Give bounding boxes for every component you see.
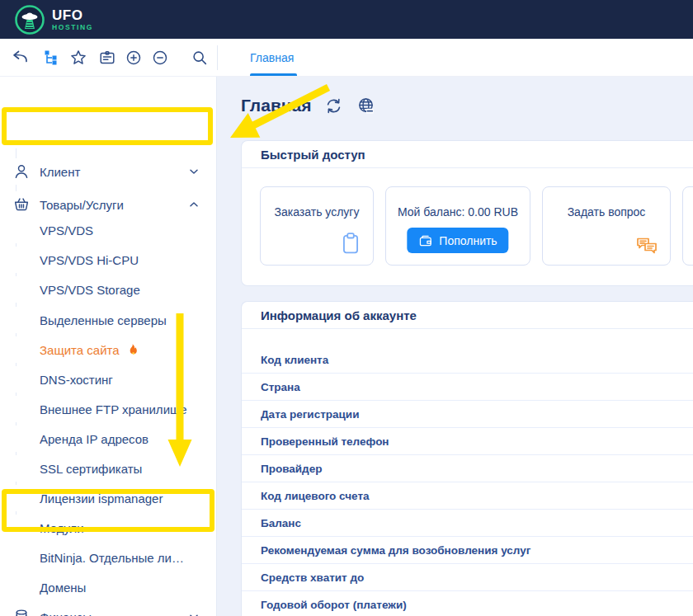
flame-icon: [126, 343, 139, 357]
app-header: UFO HOSTING: [0, 0, 693, 39]
refresh-icon[interactable]: [324, 96, 343, 115]
sidebar-item-site-protection[interactable]: Защита сайта: [0, 336, 215, 363]
chevron-up-icon: [187, 198, 200, 211]
page-title-row: Главная: [241, 96, 375, 115]
wallet-icon: [418, 234, 432, 247]
toolbar-divider: [217, 45, 218, 70]
ufo-logo-icon: [14, 4, 45, 35]
sidebar-menu: Клиент Товары/Услуги VPS/VDS VPS/VDS Hi-…: [0, 77, 217, 616]
account-info-rows: Код клиента Страна Дата регистрации Пров…: [242, 329, 693, 616]
app-window: UFO HOSTING: [0, 0, 693, 616]
tab-glavnaya[interactable]: Главная: [250, 39, 294, 77]
sidebar-item-modules[interactable]: Модули: [0, 515, 215, 541]
info-row-registration-date: Дата регистрации: [242, 401, 693, 428]
info-row-funds-until: Средств хватит до: [242, 564, 693, 591]
brand-subname: HOSTING: [52, 24, 93, 31]
chevron-down-icon: [187, 165, 200, 178]
tree-view-icon[interactable]: [41, 49, 59, 67]
sidebar-item-vps-vds-hi-cpu[interactable]: VPS/VDS Hi-CPU: [0, 247, 215, 273]
zoom-out-icon[interactable]: [151, 49, 169, 67]
sidebar-item-ip-rent[interactable]: Аренда IP адресов: [0, 426, 215, 452]
sidebar-item-ftp-storage[interactable]: Внешнее FTP хранилище: [0, 396, 215, 422]
sidebar-item-products-services[interactable]: Товары/Услуги: [0, 191, 215, 218]
sidebar-item-client[interactable]: Клиент: [0, 158, 215, 185]
ask-question-card[interactable]: Задать вопрос: [542, 186, 671, 266]
globe-language-icon[interactable]: [356, 96, 375, 115]
quick-access-title: Быстрый доступ: [242, 141, 693, 168]
badge-icon[interactable]: [98, 49, 116, 67]
topup-button[interactable]: Пополнить: [407, 228, 508, 253]
info-row-account-code: Код лицевого счета: [242, 482, 693, 510]
favorites-star-icon[interactable]: [69, 49, 87, 67]
balance-card: Мой баланс: 0.00 RUB Пополнить: [385, 186, 530, 266]
info-row-annual-turnover: Годовой оборот (платежи): [242, 591, 693, 616]
ufo-hosting-logo[interactable]: UFO HOSTING: [14, 4, 93, 35]
sidebar-item-domains[interactable]: Домены: [0, 574, 215, 600]
chevron-down-icon: [187, 610, 200, 616]
info-row-client-code: Код клиента: [242, 346, 693, 374]
zoom-in-icon[interactable]: [125, 49, 143, 67]
quick-access-panel: Быстрый доступ Заказать услугу Мой балан…: [241, 140, 693, 286]
brand-name: UFO: [52, 8, 93, 22]
chat-icon: [635, 235, 658, 255]
toolbar: Главная: [0, 39, 693, 77]
back-icon[interactable]: [11, 49, 29, 67]
search-icon[interactable]: [191, 49, 209, 67]
sidebar-item-dedicated-servers[interactable]: Выделенные серверы: [0, 307, 215, 333]
info-row-verified-phone: Проверенный телефон: [242, 428, 693, 455]
clipboard-icon: [340, 232, 361, 255]
sidebar-item-vps-vds[interactable]: VPS/VDS: [0, 217, 215, 243]
info-row-balance: Баланс: [242, 510, 693, 537]
sidebar-item-bitninja[interactable]: BitNinja. Отдельные ли…: [0, 544, 215, 571]
account-info-panel: Информация об аккаунте Код клиента Стран…: [241, 301, 693, 616]
coins-icon: [12, 607, 31, 616]
sidebar-item-dns-hosting[interactable]: DNS-хостинг: [0, 366, 215, 393]
user-icon: [12, 162, 31, 181]
sidebar-item-ispmanager-licenses[interactable]: Лицензии ispmanager: [0, 485, 215, 511]
quick-access-card-cutoff[interactable]: [682, 186, 693, 266]
info-row-provider: Провайдер: [242, 455, 693, 482]
page-title: Главная: [241, 96, 311, 115]
sidebar-item-finance[interactable]: Финансы: [0, 604, 215, 616]
account-info-title: Информация об аккаунте: [242, 302, 693, 329]
sidebar-item-ssl-certificates[interactable]: SSL сертификаты: [0, 455, 215, 482]
quick-access-cards: Заказать услугу Мой баланс: 0.00 RUB: [260, 186, 693, 266]
info-row-recommended-sum: Рекомендуемая сумма для возобновления ус…: [242, 537, 693, 564]
info-row-country: Страна: [242, 374, 693, 401]
basket-icon: [12, 195, 31, 214]
tab-active-underline: [250, 73, 297, 76]
sidebar-item-vps-vds-storage[interactable]: VPS/VDS Storage: [0, 276, 215, 303]
order-service-card[interactable]: Заказать услугу: [260, 186, 374, 266]
